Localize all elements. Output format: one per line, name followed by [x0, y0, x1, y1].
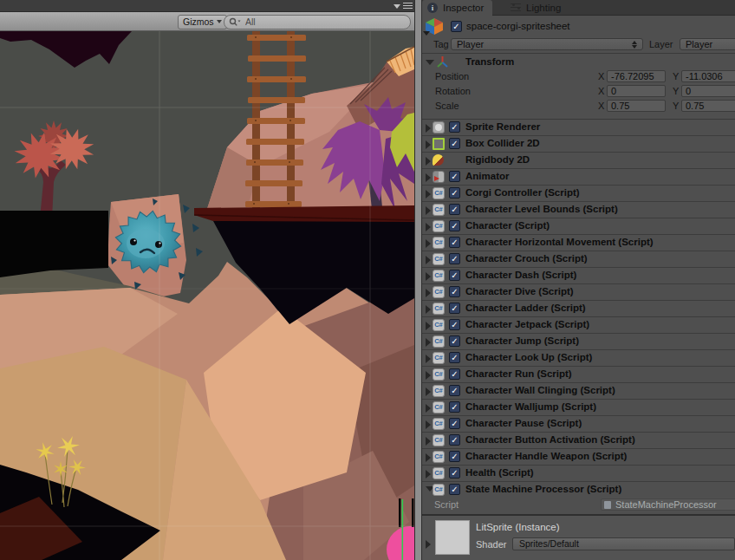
- component-enabled-checkbox[interactable]: ✓: [449, 401, 460, 413]
- component-enabled-checkbox[interactable]: ✓: [449, 138, 460, 149]
- disclosure-triangle-icon[interactable]: [426, 173, 431, 182]
- layer-dropdown[interactable]: Player: [680, 38, 735, 50]
- component-row-character-button-activation-script[interactable]: C# ✓ Character Button Activation (Script…: [422, 433, 735, 449]
- component-enabled-checkbox[interactable]: ✓: [449, 286, 460, 297]
- window-menu-icon[interactable]: [403, 3, 413, 9]
- cave-left[interactable]: [0, 211, 108, 277]
- component-enabled-checkbox[interactable]: ✓: [449, 434, 460, 446]
- component-row-character-pause-script[interactable]: C# ✓ Character Pause (Script): [422, 416, 735, 433]
- disclosure-triangle-icon[interactable]: [426, 453, 431, 462]
- component-row-character-ladder-script[interactable]: C# ✓ Character Ladder (Script): [422, 301, 735, 317]
- component-row-character-walljump-script[interactable]: C# ✓ Character Walljump (Script): [422, 400, 735, 416]
- component-row-character-dive-script[interactable]: C# ✓ Character Dive (Script): [422, 284, 735, 301]
- script-component-icon: C#: [433, 253, 445, 265]
- gameobject-active-checkbox[interactable]: ✓: [451, 21, 462, 32]
- component-row-health-script[interactable]: C# ✓ Health (Script): [422, 466, 735, 482]
- component-row-character-script[interactable]: C# ✓ Character (Script): [422, 218, 735, 235]
- inspector-tab-bar: i Inspector Lighting: [422, 0, 735, 16]
- disclosure-triangle-icon[interactable]: [426, 470, 431, 479]
- component-name-label: Character Pause (Script): [465, 418, 582, 428]
- panel-resize-gutter[interactable]: [414, 0, 422, 560]
- disclosure-triangle-icon[interactable]: [426, 420, 431, 429]
- disclosure-triangle-icon[interactable]: [426, 387, 431, 396]
- component-row-character-jump-script[interactable]: C# ✓ Character Jump (Script): [422, 334, 735, 350]
- tab-inspector[interactable]: i Inspector: [422, 0, 492, 16]
- material-disclosure-icon[interactable]: [426, 540, 431, 549]
- disclosure-triangle-icon[interactable]: [426, 239, 431, 248]
- component-enabled-checkbox[interactable]: ✓: [449, 467, 460, 479]
- disclosure-triangle-icon[interactable]: [426, 322, 431, 330]
- component-enabled-checkbox[interactable]: ✓: [449, 418, 460, 429]
- disclosure-triangle-icon[interactable]: [426, 140, 431, 149]
- component-enabled-checkbox[interactable]: ✓: [449, 187, 460, 199]
- component-enabled-checkbox[interactable]: ✓: [449, 368, 460, 380]
- component-enabled-checkbox[interactable]: ✓: [449, 335, 460, 347]
- component-row-character-handle-weapon-script[interactable]: C# ✓ Character Handle Weapon (Script): [422, 449, 735, 466]
- component-enabled-checkbox[interactable]: ✓: [449, 352, 460, 363]
- component-enabled-checkbox[interactable]: ✓: [449, 484, 460, 495]
- transform-component-header[interactable]: Transform: [422, 53, 735, 69]
- disclosure-triangle-icon[interactable]: [426, 124, 431, 133]
- disclosure-triangle-icon[interactable]: [426, 60, 434, 65]
- tag-dropdown[interactable]: Player: [451, 38, 643, 50]
- component-row-character-run-script[interactable]: C# ✓ Character Run (Script): [422, 367, 735, 383]
- disclosure-triangle-icon[interactable]: [426, 223, 431, 231]
- scale-y-field[interactable]: 0.75: [681, 100, 735, 112]
- scale-x-field[interactable]: 0.75: [607, 100, 666, 112]
- animator-component-icon: [433, 171, 445, 183]
- component-row-character-crouch-script[interactable]: C# ✓ Character Crouch (Script): [422, 251, 735, 268]
- scene-search-field[interactable]: [224, 15, 411, 29]
- disclosure-triangle-icon[interactable]: [426, 190, 431, 199]
- shader-dropdown[interactable]: Sprites/Default: [512, 537, 735, 550]
- component-row-character-look-up-script[interactable]: C# ✓ Character Look Up (Script): [422, 350, 735, 367]
- component-row-state-machine-processor-script[interactable]: C# ✓ State Machine Processor (Script): [422, 482, 735, 498]
- disclosure-triangle-icon[interactable]: [426, 404, 431, 413]
- component-row-sprite-renderer[interactable]: ✓ Sprite Renderer: [422, 120, 735, 136]
- component-row-rigidbody-2d[interactable]: Rigidbody 2D: [422, 153, 735, 169]
- rotation-x-field[interactable]: 0: [607, 85, 666, 97]
- disclosure-triangle-icon[interactable]: [426, 371, 431, 380]
- prefab-caret-icon[interactable]: [423, 31, 430, 36]
- disclosure-triangle-icon[interactable]: [426, 338, 431, 347]
- component-name-label: Animator: [465, 171, 509, 181]
- component-row-corgi-controller-script[interactable]: C# ✓ Corgi Controller (Script): [422, 186, 735, 202]
- disclosure-triangle-icon[interactable]: [426, 256, 431, 264]
- component-row-animator[interactable]: ✓ Animator: [422, 169, 735, 186]
- tab-lighting[interactable]: Lighting: [505, 0, 569, 16]
- disclosure-triangle-icon[interactable]: [426, 272, 431, 281]
- component-row-character-dash-script[interactable]: C# ✓ Character Dash (Script): [422, 268, 735, 284]
- gizmos-button[interactable]: Gizmos: [178, 15, 227, 29]
- component-enabled-checkbox[interactable]: ✓: [449, 319, 460, 330]
- gameobject-name-field[interactable]: space-corgi-spritesheet: [466, 20, 726, 33]
- component-enabled-checkbox[interactable]: ✓: [449, 253, 460, 264]
- position-y-field[interactable]: -11.0306: [681, 70, 735, 82]
- component-enabled-checkbox[interactable]: ✓: [449, 171, 460, 182]
- component-enabled-checkbox[interactable]: ✓: [449, 237, 460, 248]
- component-row-character-jetpack-script[interactable]: C# ✓ Character Jetpack (Script): [422, 317, 735, 334]
- search-input[interactable]: [245, 16, 401, 27]
- material-preview[interactable]: [435, 520, 470, 555]
- component-row-character-level-bounds-script[interactable]: C# ✓ Character Level Bounds (Script): [422, 202, 735, 218]
- disclosure-triangle-icon[interactable]: [426, 305, 431, 314]
- component-enabled-checkbox[interactable]: ✓: [449, 121, 460, 133]
- component-enabled-checkbox[interactable]: ✓: [449, 220, 460, 231]
- component-row-box-collider-2d[interactable]: ✓ Box Collider 2D: [422, 136, 735, 153]
- disclosure-triangle-icon[interactable]: [426, 206, 431, 215]
- disclosure-triangle-icon[interactable]: [426, 157, 431, 166]
- rotation-y-field[interactable]: 0: [681, 85, 735, 97]
- component-enabled-checkbox[interactable]: ✓: [449, 303, 460, 314]
- component-row-character-horizontal-movement-script[interactable]: C# ✓ Character Horizontal Movement (Scri…: [422, 235, 735, 251]
- disclosure-triangle-icon[interactable]: [426, 355, 431, 363]
- disclosure-triangle-icon[interactable]: [426, 289, 431, 297]
- component-enabled-checkbox[interactable]: ✓: [449, 204, 460, 215]
- window-dropdown-icon[interactable]: [394, 4, 400, 9]
- component-enabled-checkbox[interactable]: ✓: [449, 385, 460, 396]
- scene-view[interactable]: [0, 11, 414, 560]
- component-enabled-checkbox[interactable]: ✓: [449, 451, 460, 462]
- component-name-label: Character Dive (Script): [465, 286, 574, 296]
- disclosure-triangle-icon[interactable]: [426, 437, 431, 446]
- scene-view-panel: Gizmos: [0, 0, 414, 560]
- position-x-field[interactable]: -76.72095: [607, 70, 666, 82]
- component-row-character-wall-clinging-script[interactable]: C# ✓ Character Wall Clinging (Script): [422, 383, 735, 400]
- component-enabled-checkbox[interactable]: ✓: [449, 270, 460, 281]
